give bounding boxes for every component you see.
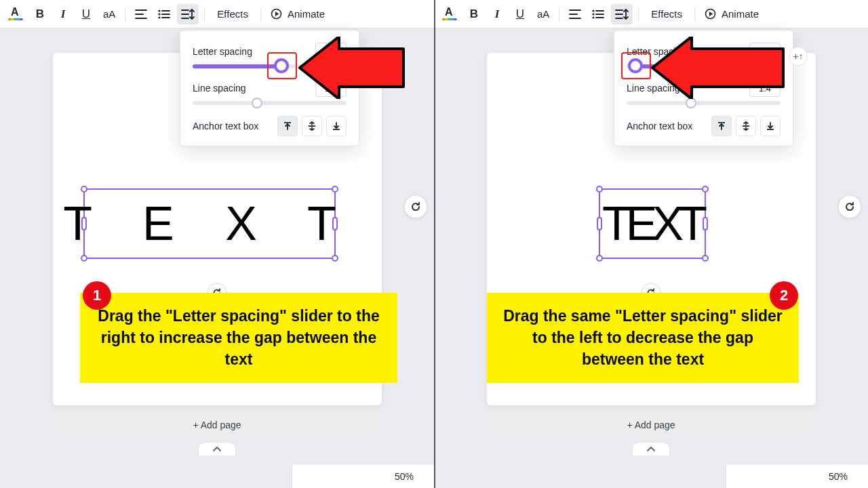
- anchor-top-button[interactable]: [277, 116, 298, 136]
- text-color-button[interactable]: [438, 4, 461, 24]
- underline-button[interactable]: U: [76, 4, 96, 24]
- toolbar-separator: [125, 7, 125, 22]
- resize-handle[interactable]: [596, 255, 603, 262]
- text-color-button[interactable]: [4, 4, 27, 24]
- zoom-bar[interactable]: 50%: [726, 464, 868, 488]
- svg-point-21: [593, 16, 595, 18]
- bold-button[interactable]: B: [464, 4, 484, 24]
- bold-button[interactable]: B: [30, 4, 50, 24]
- slider-thumb[interactable]: [274, 58, 289, 73]
- text-toolbar: B I U aA Effects Animate: [434, 0, 868, 28]
- resize-handle[interactable]: [703, 217, 708, 230]
- add-page-button[interactable]: + Add page: [487, 413, 816, 436]
- spacing-button[interactable]: [611, 4, 633, 24]
- alignment-button[interactable]: [565, 4, 585, 24]
- resize-handle[interactable]: [597, 217, 602, 230]
- slider-thumb[interactable]: [686, 98, 696, 108]
- line-spacing-label: Line spacing: [193, 83, 246, 94]
- text-case-button[interactable]: aA: [533, 4, 553, 24]
- list-icon: [158, 9, 170, 19]
- line-spacing-slider[interactable]: [193, 101, 347, 105]
- svg-point-20: [593, 13, 595, 15]
- svg-point-4: [159, 13, 161, 15]
- list-button[interactable]: [154, 4, 174, 24]
- step-badge-1: 1: [83, 281, 111, 310]
- drawer-tab[interactable]: [632, 442, 670, 455]
- slider-thumb[interactable]: [628, 58, 643, 73]
- tutorial-arrow: [298, 37, 407, 99]
- slider-thumb[interactable]: [252, 98, 262, 108]
- zoom-bar[interactable]: 50%: [292, 464, 434, 488]
- effects-button[interactable]: Effects: [644, 4, 689, 24]
- sample-text[interactable]: TEXT: [602, 197, 702, 251]
- refresh-fab[interactable]: [404, 195, 427, 218]
- alignment-button[interactable]: [131, 4, 151, 24]
- animate-button[interactable]: Animate: [267, 4, 332, 24]
- chevron-up-icon: [213, 447, 221, 452]
- list-button[interactable]: [588, 4, 608, 24]
- anchor-top-icon: [283, 121, 292, 131]
- step-badge-2: 2: [770, 281, 798, 310]
- pane-step-2: B I U aA Effects Animate: [434, 0, 868, 488]
- callout-step-2: Drag the same "Letter spacing" slider to…: [487, 293, 799, 383]
- anchor-top-icon: [717, 121, 726, 131]
- sample-text[interactable]: T E X T: [63, 197, 355, 251]
- toolbar-separator: [260, 7, 261, 22]
- toolbar-separator: [694, 7, 695, 22]
- chevron-up-icon: [647, 447, 655, 452]
- callout-step-1: Drag the "Letter spacing" slider to the …: [80, 293, 397, 383]
- anchor-bottom-button[interactable]: [326, 116, 347, 136]
- animate-icon: [705, 8, 716, 20]
- resize-handle[interactable]: [596, 186, 603, 192]
- text-toolbar: B I U aA Effects Animate: [0, 0, 434, 28]
- resize-handle[interactable]: [332, 255, 338, 262]
- align-icon: [569, 9, 581, 19]
- pane-step-1: B I U aA Effects Animate: [0, 0, 434, 488]
- toolbar-separator: [559, 7, 559, 22]
- resize-handle[interactable]: [81, 186, 87, 192]
- resize-handle[interactable]: [81, 255, 87, 262]
- toolbar-separator: [638, 7, 639, 22]
- italic-button[interactable]: I: [487, 4, 507, 24]
- effects-button[interactable]: Effects: [210, 4, 255, 24]
- add-page-button[interactable]: + Add page: [53, 413, 382, 436]
- anchor-middle-button[interactable]: [736, 116, 756, 136]
- refresh-icon: [410, 201, 421, 212]
- underline-button[interactable]: U: [510, 4, 530, 24]
- resize-handle[interactable]: [332, 186, 338, 192]
- list-icon: [592, 9, 604, 19]
- spacing-button[interactable]: [177, 4, 199, 24]
- text-color-icon: [8, 18, 23, 20]
- anchor-middle-icon: [307, 121, 317, 131]
- resize-handle[interactable]: [702, 255, 709, 262]
- svg-point-5: [159, 16, 161, 18]
- line-spacing-slider[interactable]: [627, 101, 781, 105]
- animate-button[interactable]: Animate: [701, 4, 766, 24]
- anchor-bottom-icon: [766, 121, 775, 131]
- anchor-label: Anchor text box: [627, 121, 692, 131]
- text-case-button[interactable]: aA: [99, 4, 119, 24]
- refresh-icon: [844, 201, 855, 212]
- text-color-icon: [442, 18, 457, 20]
- pane-divider: [434, 0, 435, 488]
- resize-handle[interactable]: [702, 186, 709, 192]
- resize-handle[interactable]: [332, 217, 338, 230]
- tutorial-arrow: [651, 37, 787, 99]
- anchor-top-button[interactable]: [711, 116, 732, 136]
- italic-button[interactable]: I: [53, 4, 73, 24]
- add-text-fab[interactable]: +↑: [789, 47, 808, 66]
- text-selection-box[interactable]: T E X T: [83, 188, 336, 259]
- anchor-label: Anchor text box: [193, 121, 258, 131]
- spacing-icon: [181, 9, 195, 20]
- anchor-middle-button[interactable]: [302, 116, 322, 136]
- anchor-bottom-button[interactable]: [760, 116, 781, 136]
- drawer-tab[interactable]: [198, 442, 236, 455]
- text-selection-box[interactable]: TEXT: [599, 188, 706, 259]
- anchor-middle-icon: [741, 121, 751, 131]
- resize-handle[interactable]: [81, 217, 87, 230]
- svg-point-19: [593, 9, 595, 12]
- align-icon: [135, 9, 147, 19]
- refresh-fab[interactable]: [838, 195, 861, 218]
- toolbar-separator: [204, 7, 205, 22]
- spacing-icon: [615, 9, 629, 20]
